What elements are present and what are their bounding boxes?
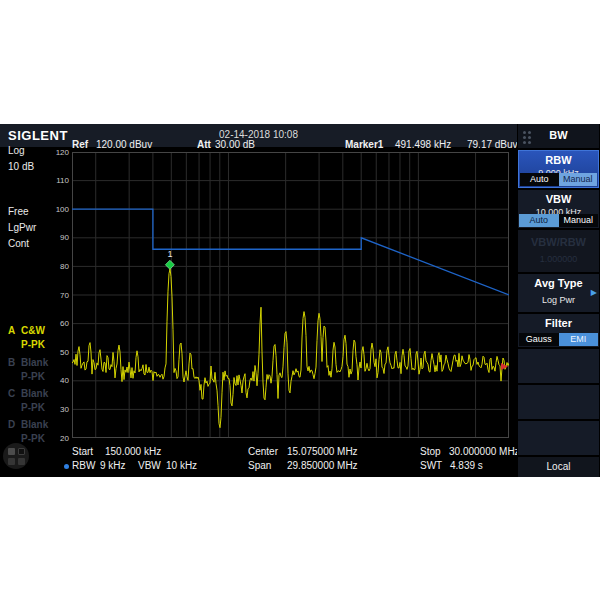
trace-c-mode: Blank xyxy=(21,388,48,399)
start-value: 150.000 kHz xyxy=(105,446,161,457)
trace-d-detector: P-PK xyxy=(21,433,45,444)
span-label: Span xyxy=(248,460,271,471)
marker-amp: 79.17 dBuv xyxy=(467,139,518,150)
submenu-arrow-icon: ▶ xyxy=(591,288,597,297)
menu-title-bw: BW xyxy=(518,124,599,148)
marker-1-label: 1 xyxy=(167,249,172,259)
start-label: Start xyxy=(72,446,93,457)
swt-label: SWT xyxy=(420,460,442,471)
trace-b-id: B xyxy=(8,357,15,368)
ref-value: 120.00 dBuv xyxy=(96,139,152,150)
analyzer-screen: SIGLENT 02-14-2018 10:08 Ref 120.00 dBuv… xyxy=(0,124,600,477)
filter-gauss-toggle[interactable]: Gauss xyxy=(519,333,559,346)
trace-a-line xyxy=(72,269,509,428)
rbw-button[interactable]: RBW 9.000 kHz Auto Manual xyxy=(518,150,599,188)
scale-type-label: Log xyxy=(8,145,25,156)
screenshot-page: SIGLENT 02-14-2018 10:08 Ref 120.00 dBuv… xyxy=(0,0,600,600)
vbw-rbw-title: VBW/RBW xyxy=(518,230,599,248)
y-axis-tick: 60 xyxy=(47,319,69,328)
limit-line xyxy=(72,209,509,295)
rbw-manual-toggle[interactable]: Manual xyxy=(559,173,598,186)
filter-button[interactable]: Filter Gauss EMI xyxy=(518,314,599,347)
y-axis-tick: 30 xyxy=(47,405,69,414)
trace-a-id: A xyxy=(8,325,15,336)
ref-label: Ref xyxy=(72,139,88,150)
vbw-button[interactable]: VBW 10.000 kHz Auto Manual xyxy=(518,190,599,228)
vbw-title: VBW xyxy=(518,190,599,205)
app-grid-square-icon xyxy=(8,458,15,465)
trace-b-mode: Blank xyxy=(21,357,48,368)
y-axis-tick: 100 xyxy=(47,205,69,214)
trace-a-mode: C&W xyxy=(21,325,45,336)
center-value: 15.075000 MHz xyxy=(287,446,358,457)
rbw-auto-toggle[interactable]: Auto xyxy=(520,173,559,186)
filter-title: Filter xyxy=(518,314,599,329)
span-value: 29.850000 MHz xyxy=(287,460,358,471)
rbw-title: RBW xyxy=(519,151,598,166)
empty-menu-slot xyxy=(518,349,599,383)
avg-mode-label: LgPwr xyxy=(8,222,36,233)
local-button[interactable]: Local xyxy=(518,457,599,477)
trace-c-detector: P-PK xyxy=(21,402,45,413)
y-axis-tick: 70 xyxy=(47,291,69,300)
marker-label: Marker1 xyxy=(345,139,383,150)
trace-b-detector: P-PK xyxy=(21,371,45,382)
trigger-label: Free xyxy=(8,206,29,217)
menu-grip-icon xyxy=(523,131,526,134)
avg-type-button[interactable]: Avg Type Log Pwr ▶ xyxy=(518,274,599,312)
rbw-label: RBW xyxy=(72,460,95,471)
y-axis-tick: 40 xyxy=(47,376,69,385)
swt-value: 4.839 s xyxy=(450,460,483,471)
vbw-auto-toggle[interactable]: Auto xyxy=(519,214,559,227)
vbw-label: VBW xyxy=(138,460,161,471)
soft-menu: BW RBW 9.000 kHz Auto Manual VBW 10.000 … xyxy=(517,124,600,477)
vbw-manual-toggle[interactable]: Manual xyxy=(559,214,599,227)
att-value: 30.00 dB xyxy=(215,139,255,150)
scale-step-label: 10 dB xyxy=(8,161,34,172)
app-grid-square-icon xyxy=(18,458,25,465)
stop-label: Stop xyxy=(420,446,441,457)
trace-d-id: D xyxy=(8,419,15,430)
vbw-rbw-button-disabled: VBW/RBW 1.000000 xyxy=(518,230,599,272)
app-grid-square-icon xyxy=(18,448,25,455)
empty-menu-slot xyxy=(518,421,599,455)
avg-type-title: Avg Type xyxy=(518,274,599,289)
marker-1[interactable]: 1 xyxy=(165,249,174,270)
y-axis-tick: 20 xyxy=(47,434,69,443)
rbw-value: 9 kHz xyxy=(100,460,126,471)
y-axis-tick: 110 xyxy=(47,176,69,185)
filter-emi-toggle[interactable]: EMI xyxy=(559,333,599,346)
trace-d-mode: Blank xyxy=(21,419,48,430)
plot-grid xyxy=(72,152,509,438)
plot-area[interactable]: 1 xyxy=(72,152,509,438)
app-grid-square-icon xyxy=(8,448,15,455)
y-axis-tick: 80 xyxy=(47,262,69,271)
y-axis-tick: 120 xyxy=(47,148,69,157)
trace-a-detector: P-PK xyxy=(21,339,45,350)
rbw-status-dot-icon xyxy=(64,464,69,469)
vbw-rbw-value: 1.000000 xyxy=(518,248,599,264)
y-axis-tick: 90 xyxy=(47,233,69,242)
app-grid-icon[interactable] xyxy=(3,443,29,469)
empty-menu-slot xyxy=(518,385,599,419)
avg-type-value: Log Pwr xyxy=(518,289,599,305)
local-label: Local xyxy=(518,457,599,472)
vbw-value: 10 kHz xyxy=(166,460,197,471)
sweep-mode-label: Cont xyxy=(8,238,29,249)
marker-1-diamond-icon[interactable] xyxy=(165,260,174,269)
center-label: Center xyxy=(248,446,278,457)
att-label: Att xyxy=(197,139,211,150)
stop-value: 30.000000 MHz xyxy=(449,446,520,457)
trace-c-id: C xyxy=(8,388,15,399)
menu-title-text: BW xyxy=(518,124,599,141)
marker-freq: 491.498 kHz xyxy=(395,139,451,150)
spectrum-plot: 1 xyxy=(72,152,509,438)
y-axis-tick: 50 xyxy=(47,348,69,357)
